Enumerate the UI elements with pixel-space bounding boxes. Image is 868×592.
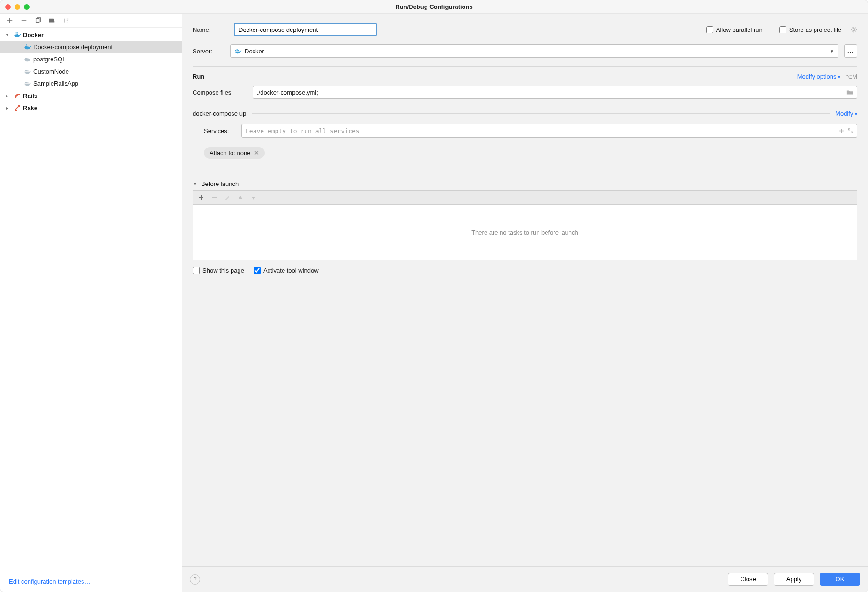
tree-group-label: Rake (23, 104, 37, 111)
tree-group-rails[interactable]: ▸ Rails (0, 89, 182, 102)
window-controls (5, 4, 30, 10)
chevron-right-icon: ▸ (6, 93, 12, 98)
zoom-window-icon[interactable] (24, 4, 30, 10)
folder-icon[interactable] (846, 89, 853, 96)
attach-chip[interactable]: Attach to: none ✕ (204, 147, 265, 159)
name-input[interactable] (234, 23, 377, 36)
tree-item-customnode[interactable]: CustomNode (0, 65, 182, 77)
svg-rect-2 (15, 34, 15, 35)
svg-rect-7 (25, 46, 26, 47)
svg-rect-15 (26, 70, 27, 71)
dc-up-modify-link[interactable]: Modify ▾ (835, 110, 857, 117)
allow-parallel-input[interactable] (706, 26, 713, 33)
services-label: Services: (204, 127, 235, 134)
remove-task-icon[interactable] (211, 194, 217, 201)
compose-files-value: ./docker-compose.yml; (257, 89, 318, 96)
dialog-body: ▾ Docker Docker-compose deployment (0, 14, 868, 592)
edit-task-icon[interactable] (224, 194, 231, 201)
services-row: Services: Leave empty to run all service… (193, 124, 857, 138)
remove-config-icon[interactable] (20, 17, 28, 24)
docker-compose-up-header: docker-compose up Modify ▾ (193, 110, 857, 117)
show-this-page-label: Show this page (202, 267, 244, 274)
ok-button[interactable]: OK (820, 573, 860, 586)
close-window-icon[interactable] (5, 4, 11, 10)
docker-icon (24, 80, 31, 87)
tree-group-docker[interactable]: ▾ Docker (0, 29, 182, 41)
ellipsis-label: ... (847, 48, 854, 55)
save-config-icon[interactable] (48, 17, 56, 24)
server-label: Server: (193, 48, 224, 55)
chevron-right-icon: ▸ (6, 105, 12, 111)
activate-tool-checkbox[interactable]: Activate tool window (254, 267, 319, 274)
modify-options-link[interactable]: Modify options ▾ (797, 73, 840, 80)
run-debug-dialog: Run/Debug Configurations (0, 0, 868, 592)
copy-config-icon[interactable] (34, 17, 42, 24)
dialog-footer: ? Close Apply OK (182, 566, 868, 592)
sort-config-icon[interactable] (62, 17, 70, 24)
name-row: Name: Allow parallel run Store as projec… (193, 23, 857, 36)
close-button[interactable]: Close (728, 573, 768, 586)
docker-icon (234, 47, 242, 55)
compose-files-row: Compose files: ./docker-compose.yml; (193, 86, 857, 99)
show-this-page-checkbox[interactable]: Show this page (193, 267, 244, 274)
titlebar: Run/Debug Configurations (0, 0, 868, 14)
config-form: Name: Allow parallel run Store as projec… (182, 14, 868, 592)
help-icon[interactable]: ? (190, 574, 200, 585)
svg-rect-19 (27, 82, 28, 83)
show-this-page-input[interactable] (193, 267, 200, 274)
gear-icon[interactable] (851, 26, 857, 33)
plus-icon[interactable] (839, 128, 844, 133)
tree-item-label: postgreSQL (33, 56, 66, 63)
rails-icon (14, 92, 21, 99)
store-as-project-input[interactable] (779, 26, 786, 33)
store-as-project-checkbox[interactable]: Store as project file (779, 26, 841, 33)
server-row: Server: Docker ▼ ... (193, 44, 857, 58)
tree-item-samplerails[interactable]: SampleRailsApp (0, 77, 182, 89)
chevron-down-icon[interactable]: ▼ (193, 181, 197, 186)
docker-icon (14, 31, 21, 38)
add-config-icon[interactable] (6, 17, 14, 24)
svg-rect-22 (237, 50, 238, 51)
server-value: Docker (245, 48, 264, 55)
below-options: Show this page Activate tool window (193, 267, 857, 274)
add-task-icon[interactable] (198, 194, 204, 201)
services-input[interactable]: Leave empty to run all services (241, 124, 857, 138)
services-placeholder: Leave empty to run all services (246, 127, 359, 134)
before-launch-toolbar (193, 190, 857, 204)
attach-chip-label: Attach to: none (210, 149, 250, 156)
svg-rect-8 (26, 46, 27, 47)
apply-button[interactable]: Apply (774, 573, 814, 586)
server-browse-button[interactable]: ... (844, 44, 857, 58)
modify-options-label: Modify options (797, 73, 837, 80)
activate-tool-input[interactable] (254, 267, 261, 274)
svg-point-20 (853, 29, 855, 30)
svg-rect-18 (26, 82, 27, 83)
close-icon[interactable]: ✕ (254, 149, 259, 156)
svg-rect-13 (27, 58, 28, 59)
before-launch-title: Before launch (201, 180, 239, 187)
minimize-window-icon[interactable] (15, 4, 20, 10)
compose-files-input[interactable]: ./docker-compose.yml; (253, 86, 857, 99)
svg-rect-4 (17, 34, 18, 35)
tree-group-rake[interactable]: ▸ Rake (0, 102, 182, 114)
chevron-down-icon: ▾ (855, 111, 857, 117)
edit-templates-link[interactable]: Edit configuration templates… (9, 578, 90, 585)
configurations-sidebar: ▾ Docker Docker-compose deployment (0, 14, 182, 592)
svg-rect-16 (27, 70, 28, 71)
svg-rect-24 (237, 49, 238, 50)
server-select[interactable]: Docker ▼ (230, 44, 838, 58)
allow-parallel-checkbox[interactable]: Allow parallel run (706, 26, 763, 33)
svg-rect-23 (238, 50, 239, 51)
svg-rect-6 (17, 32, 18, 33)
move-up-icon[interactable] (237, 194, 244, 201)
move-down-icon[interactable] (250, 194, 257, 201)
activate-tool-label: Activate tool window (263, 267, 319, 274)
svg-rect-17 (25, 82, 26, 83)
before-launch-section: ▼ Before launch There are no tasks to ru… (193, 180, 857, 260)
tree-item-docker-compose-deployment[interactable]: Docker-compose deployment (0, 41, 182, 53)
store-as-project-label: Store as project file (789, 26, 841, 33)
tree-item-label: Docker-compose deployment (33, 44, 112, 51)
tree-item-postgresql[interactable]: postgreSQL (0, 53, 182, 65)
expand-icon[interactable] (848, 128, 853, 133)
chevron-down-icon: ▾ (6, 32, 12, 37)
